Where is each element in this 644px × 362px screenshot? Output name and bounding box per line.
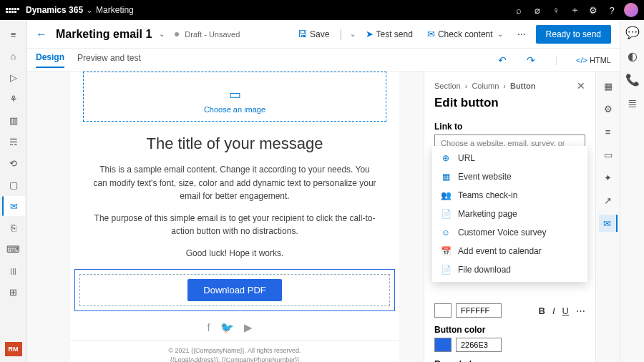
option-url[interactable]: ⊕URL [432,149,587,167]
nav-library-icon[interactable]: ⫼ [2,260,25,280]
website-icon: ▦ [441,172,451,182]
area-switcher[interactable]: RM [5,342,22,356]
nav-home-icon[interactable]: ⌂ [2,46,25,66]
save-status: Draft - Unsaved [185,30,240,39]
tool-text-icon[interactable]: ≡ [599,123,618,140]
search-icon[interactable]: ⌕ [509,5,528,16]
save-label: Save [310,29,329,39]
tab-design[interactable]: Design [36,52,64,68]
command-bar: ← Marketing email 1 ⌄ Draft - Unsaved 🖫S… [27,20,620,49]
html-toggle[interactable]: </> HTML [576,56,611,64]
right-tool-rail: ▦ ⚙ ≡ ▭ ✦ ↗ ✉ [595,72,620,362]
nav-hamburger-icon[interactable]: ≡ [2,24,25,44]
underline-button[interactable]: U [562,305,569,316]
button-color-label: Button color [434,325,585,335]
text-color-swatch[interactable] [434,303,452,318]
twitter-icon[interactable]: 🐦 [220,321,244,333]
app-side-rail: 💬 ◐ 📞 ≣ [620,20,644,362]
nav-chart-icon[interactable]: ▥ [2,110,25,130]
settings-gear-icon[interactable]: ⚙ [584,5,602,16]
tool-elements-icon[interactable]: ▦ [599,77,618,94]
panel-heading: Edit button [434,96,585,110]
help-icon[interactable]: ? [602,5,621,16]
linkto-label: Link to [434,122,585,132]
side-chat-icon[interactable]: 💬 [625,26,640,39]
check-content-label: Check content [438,29,493,39]
button-block-selected[interactable]: Download PDF [74,269,395,311]
italic-button[interactable]: I [552,305,555,316]
nav-phone-icon[interactable]: ⌨ [2,239,25,259]
ready-to-send-button[interactable]: Ready to send [536,25,611,44]
task-icon[interactable]: ⌀ [528,5,547,16]
tool-rocket-icon[interactable]: ↗ [599,192,618,209]
user-avatar[interactable] [624,3,638,17]
rounded-corners-label: Rounded corners [434,359,585,362]
module-name[interactable]: Marketing [96,5,134,15]
bold-button[interactable]: B [539,305,545,316]
option-add-event-calendar[interactable]: 📅Add event to calendar [432,242,587,260]
add-icon[interactable]: ＋ [565,4,584,16]
properties-panel: Section› Column› Button ✕ Edit button Li… [424,72,595,362]
nav-refresh-icon[interactable]: ⟲ [2,153,25,173]
survey-icon: ☺ [441,228,451,238]
linkto-dropdown: ⊕URL ▦Event website 👥Teams check-in 📄Mar… [432,146,587,282]
page-icon: 📄 [441,209,451,219]
left-nav-rail: ≡ ⌂ ▷ ⚘ ▥ ☴ ⟲ ▢ ✉ ⎘ ⌨ ⫼ ⊞ RM [0,20,27,362]
email-paragraph-2[interactable]: The purpose of this simple email is to g… [70,212,399,238]
tool-email-icon[interactable]: ✉ [599,215,618,232]
option-marketing-page[interactable]: 📄Marketing page [432,205,587,223]
nav-email-icon[interactable]: ✉ [2,196,25,216]
app-launcher-icon[interactable] [6,8,20,13]
status-dot-icon [175,32,179,36]
text-color-input[interactable] [456,303,502,318]
youtube-icon[interactable]: ▶ [244,321,263,333]
save-button[interactable]: 🖫Save [293,26,333,42]
button-color-input[interactable] [456,338,502,352]
email-paragraph-3[interactable]: Good luck! Hope it works. [70,247,399,260]
more-format-icon[interactable]: ⋯ [576,305,585,316]
tab-preview[interactable]: Preview and test [77,53,141,67]
email-footer: © 2021 {{CompanyName}}. All rights reser… [70,340,399,362]
redo-icon[interactable]: ↷ [527,54,535,66]
file-icon: 📄 [441,265,451,275]
cta-button[interactable]: Download PDF [187,279,281,301]
crumb-section[interactable]: Section [434,82,461,90]
nav-people-icon[interactable]: ⚘ [2,89,25,109]
calendar-icon: 📅 [441,246,451,256]
title-chevron-icon[interactable]: ⌄ [159,30,165,38]
crumb-column[interactable]: Column [472,82,499,90]
close-panel-icon[interactable]: ✕ [577,80,585,92]
brand-name[interactable]: Dynamics 365 [26,5,83,15]
side-list-icon[interactable]: ≣ [628,97,637,110]
nav-folder-icon[interactable]: ▢ [2,175,25,195]
side-phone-icon[interactable]: 📞 [625,73,640,87]
test-send-button[interactable]: ➤Test send [361,26,417,42]
html-label: HTML [590,56,611,64]
email-paragraph-1[interactable]: This is a sample email content. Change i… [70,163,399,203]
nav-play-icon[interactable]: ▷ [2,67,25,87]
tool-settings-icon[interactable]: ⚙ [599,100,618,117]
side-assistant-icon[interactable]: ◐ [628,49,638,63]
option-teams-checkin[interactable]: 👥Teams check-in [432,186,587,205]
tool-magic-icon[interactable]: ✦ [599,169,618,186]
option-customer-voice[interactable]: ☺Customer Voice survey [432,223,587,242]
choose-image-label: Choose an image [204,105,265,114]
save-icon: 🖫 [298,29,307,39]
nav-grid-icon[interactable]: ⊞ [2,282,25,302]
facebook-icon[interactable]: f [207,321,220,333]
button-color-swatch[interactable] [434,338,452,352]
undo-icon[interactable]: ↶ [498,54,507,66]
nav-filter-icon[interactable]: ☴ [2,132,25,152]
back-arrow-icon[interactable]: ← [36,28,47,41]
option-file-download[interactable]: 📄File download [432,260,587,279]
option-label: Event website [458,172,512,182]
tool-layout-icon[interactable]: ▭ [599,146,618,163]
check-content-button[interactable]: ✉Check content ⌄ [423,26,507,42]
nav-form-icon[interactable]: ⎘ [2,217,25,238]
save-chevron-icon[interactable]: ⌄ [350,30,356,38]
image-placeholder[interactable]: ▭ Choose an image [83,72,386,122]
email-title[interactable]: The title of your message [70,134,399,153]
lightbulb-icon[interactable]: ♀ [547,5,565,16]
more-commands-icon[interactable]: ⋯ [513,26,530,42]
option-event-website[interactable]: ▦Event website [432,167,587,186]
